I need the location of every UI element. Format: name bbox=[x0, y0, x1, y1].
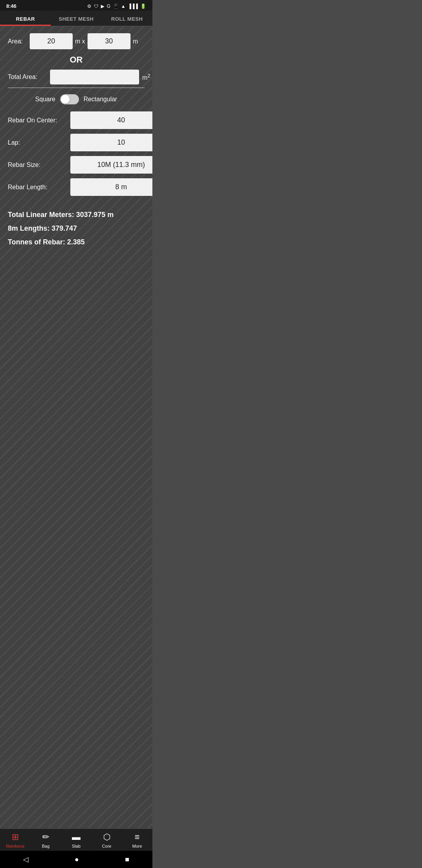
back-button[interactable]: ◁ bbox=[23, 855, 29, 864]
square-label: Square bbox=[35, 96, 55, 103]
area-row: Area: m x m bbox=[8, 33, 145, 49]
lap-label: Lap: bbox=[8, 139, 66, 146]
bottom-nav: ⊞ Reinforce ✏ Bag ▬ Slab ⬡ Core ≡ More bbox=[0, 829, 152, 851]
rebar-on-center-label: Rebar On Center: bbox=[8, 117, 66, 124]
lap-row: Lap: cm bbox=[8, 134, 145, 151]
shape-toggle-row: Square Rectangular bbox=[8, 94, 145, 104]
area-unit: m bbox=[133, 38, 138, 45]
rebar-size-row: Rebar Size: bbox=[8, 156, 145, 174]
total-area-row: Total Area: m2 bbox=[8, 70, 145, 84]
rectangular-label: Rectangular bbox=[84, 96, 117, 103]
results-section: Total Linear Meters: 3037.975 m 8m Lengt… bbox=[0, 204, 152, 260]
rebar-on-center-input[interactable] bbox=[70, 111, 152, 129]
area-separator: m x bbox=[75, 38, 85, 45]
total-linear-result: Total Linear Meters: 3037.975 m bbox=[8, 211, 145, 219]
battery-icon: 🔋 bbox=[140, 4, 146, 9]
area-width-input[interactable] bbox=[30, 33, 73, 49]
form-area: Area: m x m OR Total Area: m2 Square Rec… bbox=[0, 26, 152, 204]
tab-rebar[interactable]: REBAR bbox=[0, 11, 51, 26]
or-divider: OR bbox=[8, 55, 145, 65]
recent-button[interactable]: ■ bbox=[125, 855, 129, 864]
play-icon: ▶ bbox=[101, 4, 104, 9]
status-bar: 8:46 ⚙ 🛡 ▶ G 📱 ▲ ▐▐▐ 🔋 bbox=[0, 0, 152, 11]
settings-icon: ⚙ bbox=[87, 4, 91, 9]
area-label: Area: bbox=[8, 38, 27, 45]
rebar-length-row: Rebar Length: bbox=[8, 178, 145, 196]
nav-core[interactable]: ⬡ Core bbox=[91, 829, 122, 851]
divider-line bbox=[8, 88, 145, 88]
reinforce-label: Reinforce bbox=[6, 844, 24, 848]
bag-label: Bag bbox=[42, 844, 50, 848]
reinforce-icon: ⊞ bbox=[12, 832, 19, 842]
tab-bar: REBAR SHEET MESH ROLL MESH bbox=[0, 11, 152, 26]
sim-icon: 📱 bbox=[113, 4, 119, 9]
rebar-size-input[interactable] bbox=[70, 156, 152, 174]
slab-icon: ▬ bbox=[72, 832, 80, 842]
total-area-input[interactable] bbox=[50, 70, 139, 84]
status-icons: ⚙ 🛡 ▶ G 📱 ▲ ▐▐▐ 🔋 bbox=[87, 4, 146, 9]
google-icon: G bbox=[107, 4, 110, 9]
home-button[interactable]: ● bbox=[75, 855, 79, 864]
status-time: 8:46 bbox=[6, 3, 16, 9]
nav-more[interactable]: ≡ More bbox=[122, 829, 152, 851]
nav-reinforce[interactable]: ⊞ Reinforce bbox=[0, 829, 30, 851]
shape-toggle[interactable] bbox=[60, 94, 79, 104]
total-area-label: Total Area: bbox=[8, 74, 47, 81]
tonnes-result: Tonnes of Rebar: 2.385 bbox=[8, 238, 145, 246]
more-label: More bbox=[132, 844, 142, 848]
total-area-unit: m2 bbox=[142, 73, 150, 81]
nav-bag[interactable]: ✏ Bag bbox=[30, 829, 61, 851]
rebar-on-center-row: Rebar On Center: cm bbox=[8, 111, 145, 129]
more-icon: ≡ bbox=[135, 832, 140, 842]
wifi-icon: ▲ bbox=[121, 4, 126, 9]
rebar-size-label: Rebar Size: bbox=[8, 161, 66, 169]
signal-icon: ▐▐▐ bbox=[128, 4, 138, 9]
nav-slab[interactable]: ▬ Slab bbox=[61, 829, 91, 851]
bag-icon: ✏ bbox=[42, 832, 49, 842]
rebar-length-input[interactable] bbox=[70, 178, 152, 196]
shield-icon: 🛡 bbox=[94, 4, 98, 9]
tab-roll-mesh[interactable]: ROLL MESH bbox=[102, 11, 152, 26]
system-nav: ◁ ● ■ bbox=[0, 851, 152, 868]
rebar-length-label: Rebar Length: bbox=[8, 184, 66, 191]
core-icon: ⬡ bbox=[103, 832, 111, 842]
lengths-result: 8m Lengths: 379.747 bbox=[8, 224, 145, 233]
tab-sheet-mesh[interactable]: SHEET MESH bbox=[51, 11, 102, 26]
slab-label: Slab bbox=[72, 844, 80, 848]
toggle-knob bbox=[61, 95, 70, 104]
lap-input[interactable] bbox=[70, 134, 152, 151]
core-label: Core bbox=[102, 844, 111, 848]
area-height-input[interactable] bbox=[88, 33, 131, 49]
